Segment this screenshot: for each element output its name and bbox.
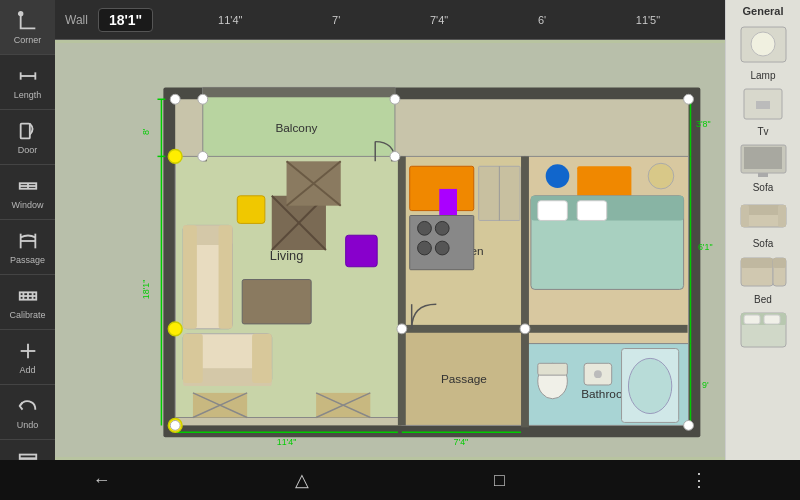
svg-text:11'4": 11'4" — [277, 437, 297, 447]
bottom-nav-bar: ← △ □ ⋮ — [0, 460, 800, 500]
furniture-tv-shape — [736, 141, 791, 179]
svg-rect-54 — [439, 189, 457, 217]
nav-menu-button[interactable]: ⋮ — [670, 464, 728, 496]
furniture-sofa1-shape — [736, 197, 791, 235]
svg-rect-124 — [741, 205, 749, 227]
svg-rect-42 — [252, 334, 272, 383]
canvas-area[interactable]: Balcony Living Kitchen Bedroom Passage B… — [55, 40, 725, 500]
svg-text:9': 9' — [702, 380, 709, 390]
svg-point-105 — [198, 94, 208, 104]
svg-point-106 — [390, 94, 400, 104]
svg-point-74 — [628, 358, 671, 413]
nav-recents-button[interactable]: □ — [474, 465, 525, 496]
furniture-bed-label: Bed — [754, 294, 772, 305]
tool-passage[interactable]: Passage — [0, 220, 55, 275]
wall-label: Wall — [65, 13, 88, 27]
svg-point-116 — [751, 32, 775, 56]
svg-text:8': 8' — [141, 128, 151, 135]
top-bar: Wall 18'1" 11'4" 7' 7'4" 6' 11'5" — [55, 0, 725, 40]
furniture-sofa2-label: Sofa — [753, 238, 774, 249]
furniture-bed-shape — [736, 309, 791, 351]
svg-point-114 — [170, 420, 180, 430]
svg-point-62 — [546, 164, 570, 188]
svg-rect-47 — [242, 280, 311, 324]
svg-point-111 — [684, 94, 694, 104]
furniture-sofa1-label: Sofa — [753, 182, 774, 193]
wall-value: 18'1" — [98, 8, 153, 32]
svg-rect-46 — [219, 225, 233, 328]
svg-point-110 — [520, 324, 530, 334]
meas-top-1: 11'4" — [218, 14, 242, 26]
svg-rect-133 — [764, 315, 780, 324]
svg-rect-120 — [744, 147, 782, 169]
svg-rect-36 — [402, 325, 688, 333]
svg-text:3'8": 3'8" — [696, 119, 711, 129]
svg-rect-121 — [758, 173, 768, 177]
svg-rect-35 — [521, 156, 529, 427]
furniture-tv-label: Tv — [757, 126, 768, 137]
svg-rect-125 — [778, 205, 786, 227]
svg-rect-4 — [20, 123, 29, 138]
svg-rect-118 — [756, 101, 770, 109]
tool-window[interactable]: Window — [0, 165, 55, 220]
svg-text:Living: Living — [270, 248, 303, 263]
svg-point-102 — [168, 150, 182, 164]
svg-rect-67 — [538, 201, 568, 221]
svg-point-108 — [390, 151, 400, 161]
svg-text:Passage: Passage — [441, 372, 487, 386]
svg-point-103 — [168, 322, 182, 336]
tool-length[interactable]: Length — [0, 55, 55, 110]
svg-point-109 — [397, 324, 407, 334]
svg-rect-41 — [183, 334, 203, 383]
svg-text:Balcony: Balcony — [275, 121, 317, 135]
left-toolbar: Corner Length Door Window — [0, 0, 55, 500]
svg-rect-34 — [398, 156, 406, 425]
tool-corner[interactable]: Corner — [0, 0, 55, 55]
nav-back-button[interactable]: ← — [72, 465, 130, 496]
svg-rect-70 — [538, 363, 568, 375]
meas-top-2: 7' — [332, 14, 340, 26]
svg-point-58 — [418, 241, 432, 255]
svg-rect-127 — [741, 258, 773, 268]
svg-point-64 — [648, 163, 674, 189]
nav-home-button[interactable]: △ — [275, 464, 329, 496]
svg-point-107 — [198, 151, 208, 161]
svg-rect-68 — [577, 201, 607, 221]
svg-rect-22 — [203, 87, 395, 97]
furniture-general-shape — [736, 22, 791, 67]
tool-undo[interactable]: Undo — [0, 385, 55, 440]
meas-top-5: 11'5" — [636, 14, 660, 26]
svg-point-59 — [435, 241, 449, 255]
svg-point-113 — [170, 94, 180, 104]
tool-door[interactable]: Door — [0, 110, 55, 165]
svg-rect-15 — [19, 454, 36, 458]
svg-text:6'1": 6'1" — [698, 242, 713, 252]
furniture-lamp-label: Lamp — [750, 70, 775, 81]
svg-point-56 — [418, 221, 432, 235]
svg-point-0 — [18, 11, 22, 15]
meas-top-3: 7'4" — [430, 14, 448, 26]
tool-add[interactable]: Add — [0, 330, 55, 385]
right-panel-header: General — [743, 5, 784, 17]
svg-point-112 — [684, 420, 694, 430]
svg-rect-45 — [183, 225, 197, 328]
svg-rect-52 — [346, 235, 378, 267]
svg-rect-129 — [773, 258, 786, 268]
furniture-lamp-shape — [736, 85, 791, 123]
tool-calibrate[interactable]: Calibrate — [0, 275, 55, 330]
svg-rect-51 — [237, 196, 265, 224]
svg-point-57 — [435, 221, 449, 235]
top-measurements: 11'4" 7' 7'4" 6' 11'5" — [163, 14, 715, 26]
svg-text:18'1": 18'1" — [141, 280, 151, 300]
svg-rect-132 — [744, 315, 760, 324]
svg-point-72 — [594, 370, 602, 378]
right-panel: General Lamp Tv Sofa Sofa — [725, 0, 800, 500]
meas-top-4: 6' — [538, 14, 546, 26]
furniture-sofa2-shape — [736, 253, 791, 291]
svg-text:7'4": 7'4" — [454, 437, 469, 447]
